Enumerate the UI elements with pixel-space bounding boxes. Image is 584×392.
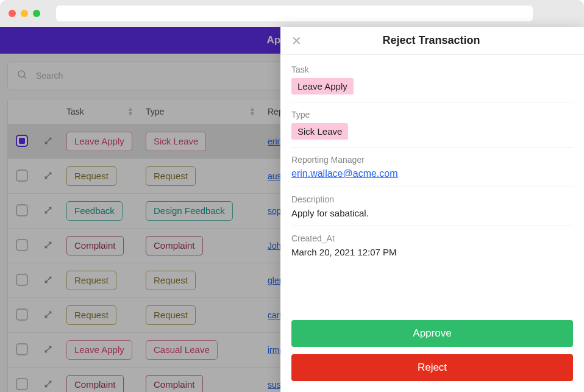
reject-transaction-panel: ✕ Reject Transaction Task Leave Apply Ty…: [280, 27, 584, 392]
approve-button[interactable]: Approve: [291, 320, 573, 347]
field-label: Type: [291, 110, 573, 119]
window-close-button[interactable]: [9, 10, 16, 17]
field-value: Apply for sabatical.: [291, 208, 573, 218]
window-maximize-button[interactable]: [33, 10, 40, 17]
field-type: Type Sick Leave: [291, 102, 573, 148]
traffic-lights: [9, 10, 40, 17]
panel-header: ✕ Reject Transaction: [280, 27, 584, 55]
panel-title: Reject Transaction: [290, 34, 573, 47]
field-label: Created_At: [291, 233, 573, 243]
window-minimize-button[interactable]: [21, 10, 28, 17]
field-reporting-manager: Reporting Manager erin.wallace@acme.com: [291, 148, 573, 187]
field-value: March 20, 2021 12:07 PM: [291, 247, 573, 257]
window-titlebar: [0, 0, 584, 27]
task-pill: Leave Apply: [291, 78, 354, 94]
field-task: Task Leave Apply: [291, 57, 573, 102]
manager-link[interactable]: erin.wallace@acme.com: [291, 168, 398, 179]
reject-button[interactable]: Reject: [291, 354, 573, 381]
field-description: Description Apply for sabatical.: [291, 187, 573, 226]
panel-body: Task Leave Apply Type Sick Leave Reporti…: [280, 55, 584, 312]
url-bar[interactable]: [56, 5, 533, 21]
field-label: Task: [291, 65, 573, 74]
field-label: Reporting Manager: [291, 155, 573, 165]
type-pill: Sick Leave: [291, 123, 348, 140]
field-created-at: Created_At March 20, 2021 12:07 PM: [291, 226, 573, 265]
panel-actions: Approve Reject: [280, 312, 584, 392]
field-label: Description: [291, 194, 573, 204]
